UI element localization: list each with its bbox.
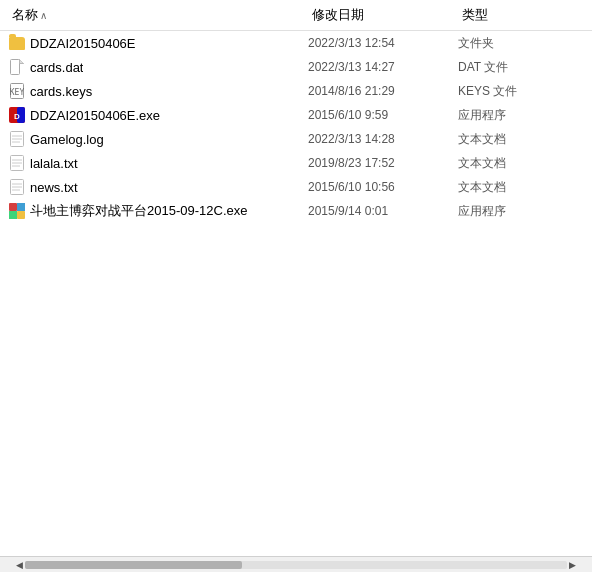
horizontal-scrollbar[interactable]: ◀ ▶	[0, 556, 592, 572]
file-name-cell: DDZAI20150406E	[8, 34, 308, 52]
col-header-date[interactable]: 修改日期	[308, 4, 458, 26]
file-name-cell: news.txt	[8, 178, 308, 196]
scroll-left-button[interactable]: ◀	[16, 560, 23, 570]
svg-text:KEY: KEY	[10, 88, 24, 97]
file-date: 2015/6/10 9:59	[308, 108, 458, 122]
file-name: Gamelog.log	[30, 132, 104, 147]
file-icon-txt	[8, 178, 26, 196]
table-row[interactable]: lalala.txt2019/8/23 17:52文本文档	[0, 151, 592, 175]
file-icon-folder	[8, 34, 26, 52]
table-row[interactable]: 斗地主博弈对战平台2015-09-12C.exe2015/9/14 0:01应用…	[0, 199, 592, 223]
table-row[interactable]: KEYcards.keys2014/8/16 21:29KEYS 文件	[0, 79, 592, 103]
file-name: DDZAI20150406E	[30, 36, 136, 51]
table-row[interactable]: Gamelog.log2022/3/13 14:28文本文档	[0, 127, 592, 151]
file-type: 应用程序	[458, 107, 578, 124]
file-list: DDZAI20150406E2022/3/13 12:54文件夹cards.da…	[0, 31, 592, 556]
file-name: lalala.txt	[30, 156, 78, 171]
svg-rect-20	[9, 203, 17, 211]
file-name: 斗地主博弈对战平台2015-09-12C.exe	[30, 202, 247, 220]
file-name-cell: DDDZAI20150406E.exe	[8, 106, 308, 124]
col-header-name[interactable]: 名称 ∧	[8, 4, 308, 26]
file-type: 文本文档	[458, 155, 578, 172]
file-date: 2014/8/16 21:29	[308, 84, 458, 98]
svg-rect-0	[11, 60, 20, 75]
file-date: 2015/6/10 10:56	[308, 180, 458, 194]
file-icon-game-exe	[8, 202, 26, 220]
file-name: news.txt	[30, 180, 78, 195]
file-type: 文件夹	[458, 35, 578, 52]
file-name-cell: KEYcards.keys	[8, 82, 308, 100]
table-row[interactable]: DDZAI20150406E2022/3/13 12:54文件夹	[0, 31, 592, 55]
scrollbar-thumb[interactable]	[25, 561, 242, 569]
svg-marker-1	[20, 60, 24, 64]
file-icon-log	[8, 130, 26, 148]
file-date: 2019/8/23 17:52	[308, 156, 458, 170]
file-type: 文本文档	[458, 131, 578, 148]
file-name: cards.dat	[30, 60, 83, 75]
file-date: 2022/3/13 12:54	[308, 36, 458, 50]
scrollbar-track[interactable]	[25, 561, 567, 569]
file-name: cards.keys	[30, 84, 92, 99]
file-type: KEYS 文件	[458, 83, 578, 100]
col-name-label: 名称	[12, 6, 38, 24]
svg-rect-21	[17, 203, 25, 211]
file-icon-dat	[8, 58, 26, 76]
file-name-cell: 斗地主博弈对战平台2015-09-12C.exe	[8, 202, 308, 220]
file-icon-txt	[8, 154, 26, 172]
table-row[interactable]: DDDZAI20150406E.exe2015/6/10 9:59应用程序	[0, 103, 592, 127]
svg-rect-22	[9, 211, 17, 219]
file-name: DDZAI20150406E.exe	[30, 108, 160, 123]
file-icon-exe-ddzai: D	[8, 106, 26, 124]
sort-arrow: ∧	[40, 10, 47, 21]
file-type: 应用程序	[458, 203, 578, 220]
scroll-right-button[interactable]: ▶	[569, 560, 576, 570]
file-name-cell: lalala.txt	[8, 154, 308, 172]
svg-text:D: D	[14, 112, 20, 121]
file-name-cell: cards.dat	[8, 58, 308, 76]
file-date: 2022/3/13 14:28	[308, 132, 458, 146]
column-headers: 名称 ∧ 修改日期 类型	[0, 0, 592, 31]
file-type: DAT 文件	[458, 59, 578, 76]
col-type-label: 类型	[462, 7, 488, 22]
file-type: 文本文档	[458, 179, 578, 196]
file-explorer: 名称 ∧ 修改日期 类型 DDZAI20150406E2022/3/13 12:…	[0, 0, 592, 572]
file-date: 2022/3/13 14:27	[308, 60, 458, 74]
file-date: 2015/9/14 0:01	[308, 204, 458, 218]
col-date-label: 修改日期	[312, 7, 364, 22]
svg-rect-23	[17, 211, 25, 219]
file-name-cell: Gamelog.log	[8, 130, 308, 148]
file-icon-keys: KEY	[8, 82, 26, 100]
table-row[interactable]: cards.dat2022/3/13 14:27DAT 文件	[0, 55, 592, 79]
table-row[interactable]: news.txt2015/6/10 10:56文本文档	[0, 175, 592, 199]
col-header-type[interactable]: 类型	[458, 4, 578, 26]
